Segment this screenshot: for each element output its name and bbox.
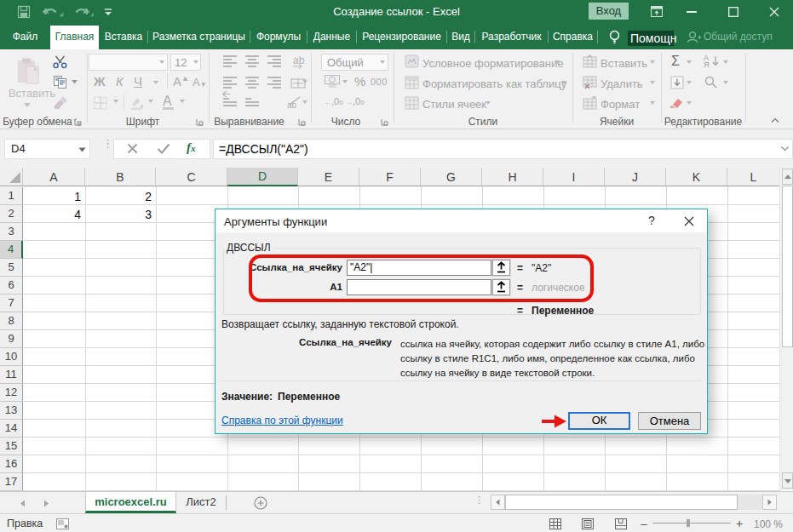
svg-text:ab: ab <box>293 55 305 66</box>
svg-text:ab: ab <box>287 100 297 110</box>
